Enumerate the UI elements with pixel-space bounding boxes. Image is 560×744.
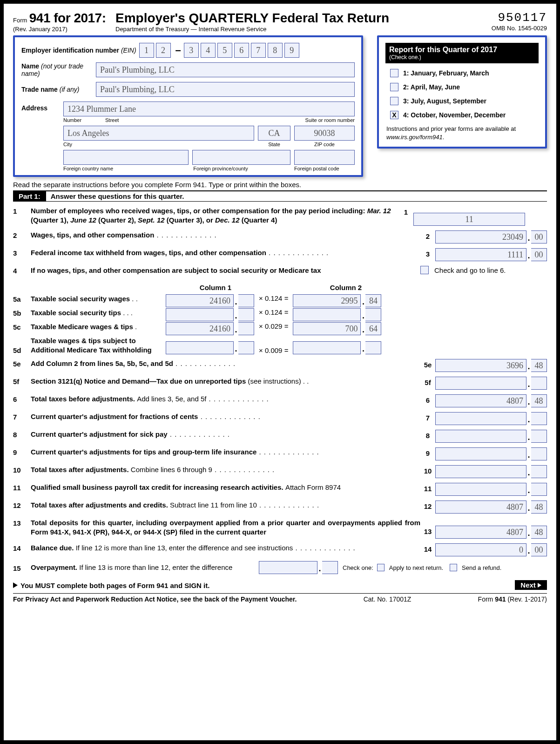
sublbl-number: Number [63,117,105,123]
line5e-txt: Add Column 2 from lines 5a, 5b, 5c, and … [31,359,420,368]
line5a-col1-cents[interactable] [238,294,254,307]
name-label: Name [21,62,39,70]
line10-dollars[interactable] [435,465,526,478]
line3-cents[interactable]: 00 [531,248,547,261]
next-button[interactable]: Next [515,580,547,590]
line5d-txt: Taxable wages & tips subject toAdditiona… [31,336,166,354]
line5f-cents[interactable] [531,377,547,390]
line3-num: 3 [13,248,31,257]
line12-dollars[interactable]: 4807 [435,501,526,514]
line5a-col2[interactable]: 2995 [293,294,361,307]
name-input[interactable]: Paul's Plumbing, LLC [96,62,355,77]
line15-cents[interactable] [322,561,338,574]
ein-d2[interactable]: 2 [156,43,171,58]
ein-label: Employer identification number [21,47,119,54]
line5b-col2-cents[interactable] [365,308,381,321]
sublbl-city: City [63,142,254,147]
quarter-2-checkbox[interactable] [390,83,398,91]
city-input[interactable]: Los Angeles [63,126,254,141]
fcountry-input[interactable] [63,150,189,165]
line4-txt: If no wages, tips, and other compensatio… [31,266,420,275]
line5b-col2[interactable] [293,308,361,321]
line5c-col2[interactable]: 700 [293,322,361,335]
street-input[interactable]: 1234 Plummer Lane [63,101,355,116]
line5c-col2-cents[interactable]: 64 [365,322,381,335]
line5b-mult: × 0.124 = [254,308,293,316]
zip-input[interactable]: 90038 [294,126,355,141]
line8-cents[interactable] [531,430,547,443]
ein-abbr: (EIN) [121,47,136,54]
line13-dollars[interactable]: 4807 [435,526,526,539]
ein-d7[interactable]: 7 [251,43,266,58]
line5e-rnum: 5e [420,359,435,369]
line2-cents[interactable]: 00 [531,230,547,243]
fpost-input[interactable] [294,150,355,165]
ein-d4[interactable]: 4 [201,43,216,58]
line6-cents[interactable]: 48 [531,394,547,407]
line15-apply-checkbox[interactable] [377,564,385,571]
line13-cents[interactable]: 48 [531,526,547,539]
line15-dollars[interactable] [259,561,317,574]
line3-rnum: 3 [420,248,435,258]
line5b-num: 5b [13,308,31,317]
line7-cents[interactable] [531,412,547,425]
line5b-col1[interactable] [166,308,234,321]
quarter-2-label: 2: April, May, June [403,83,460,91]
line14-cents[interactable]: 00 [531,543,547,556]
line5a-col2-cents[interactable]: 84 [365,294,381,307]
line4-checkbox[interactable] [420,266,429,274]
quarter-3-checkbox[interactable] [390,97,398,105]
line2-dollars[interactable]: 23049 [435,230,526,243]
line6-dollars[interactable]: 4807 [435,394,526,407]
line5b-col1-cents[interactable] [238,308,254,321]
line7-dollars[interactable] [435,412,526,425]
ein-d8[interactable]: 8 [268,43,283,58]
quarter-title: Report for this Quarter of 2017 [389,46,497,54]
line1-num: 1 [13,206,31,215]
fprov-input[interactable] [192,150,290,165]
sublbl-fcountry: Foreign country name [63,166,189,171]
line5d-col2[interactable] [293,341,361,354]
line5d-col1[interactable] [166,341,234,354]
form-code: 950117 [492,11,547,25]
line5f-dollars[interactable] [435,377,526,390]
line1-value[interactable]: 11 [413,213,525,226]
line6-txt: Total taxes before adjustments. Add line… [31,394,420,404]
line7-txt: Current quarter's adjustment for fractio… [31,412,420,421]
ein-d9[interactable]: 9 [284,43,299,58]
trade-label: Trade name [21,86,58,93]
line1-txt: Number of employees who received wages, … [31,207,367,215]
line12-cents[interactable]: 48 [531,501,547,514]
line5d-col1-cents[interactable] [238,341,254,354]
ein-d5[interactable]: 5 [217,43,232,58]
ein-d3[interactable]: 3 [184,43,199,58]
line5e-dollars[interactable]: 3696 [435,359,526,372]
line14-dollars[interactable]: 0 [435,543,526,556]
line15-refund-checkbox[interactable] [450,564,457,571]
quarter-1-checkbox[interactable] [390,69,398,77]
line11-dollars[interactable] [435,483,526,496]
line9-dollars[interactable] [435,447,526,460]
quarter-4-checkbox[interactable]: X [390,111,398,119]
line5a-col1[interactable]: 24160 [166,294,234,307]
line11-cents[interactable] [531,483,547,496]
line5d-col2-cents[interactable] [365,341,381,354]
state-input[interactable]: CA [258,126,290,141]
line6-rnum: 6 [420,394,435,404]
line14-num: 14 [13,543,31,552]
line10-cents[interactable] [531,465,547,478]
line5c-col1[interactable]: 24160 [166,322,234,335]
line5a-num: 5a [13,294,31,303]
line9-cents[interactable] [531,447,547,460]
dept: Department of the Treasury — Internal Re… [115,26,492,33]
trade-input[interactable]: Paul's Plumbing, LLC [96,82,355,97]
ein-d6[interactable]: 6 [234,43,249,58]
line13-num: 13 [13,518,31,527]
line5c-col1-cents[interactable] [238,322,254,335]
employer-info-box: Employer identification number (EIN) 1 2… [13,35,363,177]
quarter-url: www.irs.gov/form941 [386,134,443,141]
line5e-cents[interactable]: 48 [531,359,547,372]
line8-dollars[interactable] [435,430,526,443]
ein-d1[interactable]: 1 [139,43,154,58]
line3-dollars[interactable]: 1111 [435,248,526,261]
